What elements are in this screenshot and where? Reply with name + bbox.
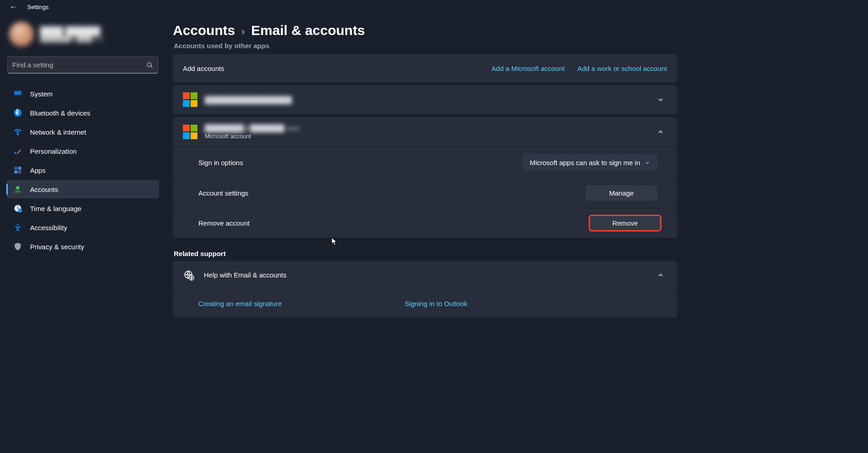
svg-point-0 [147, 62, 151, 66]
sign-in-options-label: Sign in options [198, 159, 243, 166]
apps-icon [13, 166, 23, 175]
nav-network[interactable]: Network & internet [6, 123, 159, 141]
profile-block[interactable]: ████ ██████ ████████@████.com [6, 18, 159, 54]
nav-personalization-label: Personalization [30, 147, 77, 155]
person-icon [13, 185, 23, 194]
chevron-right-icon: › [242, 26, 245, 38]
section-used-by-other-apps: Accounts used by other apps [174, 42, 677, 50]
nav-time[interactable]: Time & language [6, 199, 159, 217]
add-accounts-label: Add accounts [183, 65, 224, 72]
nav-bluetooth[interactable]: Bluetooth & devices [6, 104, 159, 122]
nav: System Bluetooth & devices Network & int… [6, 85, 159, 256]
account2-header[interactable]: ████████@███████.com Microsoft account [173, 117, 677, 147]
svg-rect-4 [15, 91, 21, 95]
breadcrumb-parent[interactable]: Accounts [173, 23, 235, 38]
account-settings-label: Account settings [198, 189, 248, 197]
paintbrush-icon [13, 146, 23, 156]
nav-accounts-label: Accounts [30, 186, 58, 193]
accessibility-icon [13, 223, 23, 232]
back-button[interactable]: ← [7, 1, 19, 13]
account-settings-row: Account settings Manage [173, 178, 677, 208]
add-accounts-row: Add accounts Add a Microsoft account Add… [173, 54, 677, 82]
search-input[interactable] [12, 61, 146, 69]
search-box[interactable] [7, 56, 158, 74]
nav-apps-label: Apps [30, 166, 45, 174]
shield-icon [13, 242, 23, 251]
nav-personalization[interactable]: Personalization [6, 142, 159, 160]
profile-name: ████ ██████ [40, 26, 104, 36]
sign-in-options-value: Microsoft apps can ask to sign me in [530, 159, 640, 166]
search-icon [146, 61, 153, 69]
account1-email: ██████████████████ [205, 96, 292, 104]
nav-accounts[interactable]: Accounts [6, 180, 159, 198]
monitor-icon [13, 89, 23, 98]
add-work-account-link[interactable]: Add a work or school account [577, 65, 667, 72]
microsoft-logo-icon [183, 125, 197, 139]
help-title: Help with Email & accounts [204, 271, 287, 279]
remove-button[interactable]: Remove [590, 216, 661, 231]
svg-point-11 [16, 186, 20, 190]
remove-account-label: Remove account [198, 219, 250, 227]
account1-header[interactable]: ██████████████████ [173, 85, 677, 114]
nav-bluetooth-label: Bluetooth & devices [30, 109, 91, 117]
nav-apps[interactable]: Apps [6, 161, 159, 179]
sign-in-options-dropdown[interactable]: Microsoft apps can ask to sign me in [523, 155, 657, 171]
svg-point-13 [18, 209, 22, 212]
microsoft-logo-icon [183, 92, 197, 107]
expand-account1[interactable] [654, 94, 667, 105]
collapse-account2[interactable] [654, 126, 667, 137]
svg-line-1 [151, 66, 152, 68]
bluetooth-icon [13, 108, 23, 117]
breadcrumb-leaf: Email & accounts [251, 23, 365, 38]
remove-account-row: Remove account Remove [173, 208, 677, 238]
help-link-signature[interactable]: Creating an email signature [198, 300, 282, 307]
nav-network-label: Network & internet [30, 128, 86, 136]
titlebar: ← Settings [0, 0, 686, 14]
svg-rect-9 [15, 171, 18, 174]
sidebar: ████ ██████ ████████@████.com Sys [0, 14, 164, 359]
svg-rect-7 [15, 167, 18, 170]
wifi-icon [13, 127, 23, 136]
add-microsoft-account-link[interactable]: Add a Microsoft account [491, 65, 565, 72]
nav-system-label: System [30, 90, 53, 98]
account2-type: Microsoft account [205, 133, 299, 140]
nav-time-label: Time & language [30, 205, 81, 212]
profile-email: ████████@████.com [40, 36, 104, 42]
help-header[interactable]: ? Help with Email & accounts [173, 261, 677, 289]
svg-text:?: ? [191, 276, 193, 280]
account2-email: ████████@███████.com [205, 124, 299, 132]
nav-privacy[interactable]: Privacy & security [6, 237, 159, 256]
svg-rect-8 [18, 167, 21, 170]
help-link-outlook[interactable]: Signing in to Outlook [404, 300, 467, 307]
collapse-help[interactable] [654, 270, 667, 281]
manage-button[interactable]: Manage [586, 186, 657, 201]
app-title: Settings [27, 4, 49, 10]
chevron-down-icon [645, 160, 650, 166]
clock-globe-icon [13, 204, 23, 213]
svg-point-6 [17, 134, 18, 135]
globe-help-icon: ? [183, 269, 195, 281]
avatar [9, 22, 34, 46]
sign-in-options-row: Sign in options Microsoft apps can ask t… [173, 147, 677, 178]
nav-privacy-label: Privacy & security [30, 243, 84, 251]
svg-rect-10 [18, 171, 21, 174]
nav-accessibility-label: Accessibility [30, 224, 67, 232]
help-links-row: Creating an email signature Signing in t… [173, 289, 677, 317]
nav-accessibility[interactable]: Accessibility [6, 218, 159, 237]
content: Accounts › Email & accounts Accounts use… [164, 14, 686, 359]
section-related-support: Related support [174, 250, 677, 257]
svg-point-14 [17, 224, 19, 226]
breadcrumb: Accounts › Email & accounts [173, 23, 677, 38]
nav-system[interactable]: System [6, 85, 159, 103]
